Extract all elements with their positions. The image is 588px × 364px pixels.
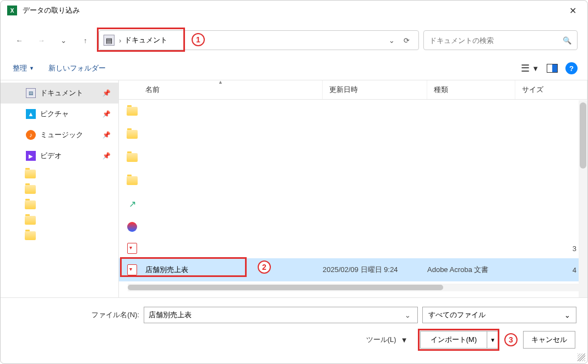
pin-icon[interactable]: 📌 — [102, 131, 111, 139]
annotation-number-3: 3 — [504, 333, 518, 346]
sidebar-item-label: ビデオ — [40, 151, 62, 161]
recent-dropdown[interactable]: ⌄ — [55, 31, 72, 49]
folder-icon — [127, 107, 138, 116]
back-button[interactable]: ← — [10, 31, 28, 49]
resize-grip[interactable] — [578, 354, 585, 361]
sidebar-item-label: ミュージック — [40, 130, 83, 140]
organize-label: 整理 — [13, 63, 27, 73]
tools-label: ツール(L) — [366, 335, 396, 345]
help-button[interactable]: ? — [565, 62, 578, 74]
pictures-icon: ▲ — [26, 109, 36, 119]
import-dropdown[interactable]: ▼ — [487, 331, 499, 349]
new-folder-button[interactable]: 新しいフォルダー — [46, 60, 108, 77]
refresh-button[interactable]: ⟳ — [399, 34, 414, 47]
sidebar-item-label: ドキュメント — [40, 88, 83, 98]
filename-input[interactable] — [149, 311, 402, 319]
folder-icon — [127, 153, 138, 162]
folder-icon — [25, 231, 36, 240]
sidebar-folder[interactable] — [1, 182, 118, 197]
preview-pane-button[interactable] — [547, 64, 558, 73]
sort-indicator-icon: ▲ — [218, 80, 223, 85]
sidebar-folder[interactable] — [1, 197, 118, 213]
file-filter-select[interactable]: すべてのファイル ⌄ — [422, 307, 576, 323]
pin-icon[interactable]: 📌 — [102, 152, 111, 160]
list-view-icon: ☰ — [521, 62, 530, 74]
file-row-pdf[interactable]: 3 — [119, 238, 587, 258]
filename-combobox[interactable]: ⌄ — [144, 307, 418, 323]
import-button[interactable]: インポート(M) — [420, 331, 487, 349]
sidebar-item-videos[interactable]: ▶ ビデオ 📌 — [1, 145, 118, 166]
column-date[interactable]: 更新日時 — [323, 80, 427, 99]
filename-dropdown-icon[interactable]: ⌄ — [402, 311, 413, 319]
folder-icon — [25, 185, 36, 194]
column-type[interactable]: 種類 — [427, 80, 515, 99]
file-row-app[interactable] — [119, 215, 587, 238]
file-row-selected[interactable]: 2 店舗別売上表 2025/02/09 日曜日 9:24 Adobe Acrob… — [119, 258, 587, 281]
up-button[interactable]: ↑ — [77, 31, 94, 49]
search-icon[interactable]: 🔍 — [563, 36, 571, 45]
app-shortcut-icon: ↗ — [129, 199, 136, 209]
file-row-folder[interactable] — [119, 146, 587, 169]
media-app-icon — [127, 222, 137, 232]
file-row-folder[interactable] — [119, 123, 587, 146]
chevron-down-icon: ▼ — [401, 336, 408, 344]
breadcrumb-chevron-icon: › — [119, 36, 121, 45]
annotation-number-1: 1 — [192, 33, 205, 46]
folder-icon — [25, 216, 36, 225]
chevron-down-icon: ▼ — [532, 64, 539, 73]
scrollbar-thumb[interactable] — [128, 285, 443, 290]
excel-app-icon: X — [7, 6, 17, 15]
address-dropdown-icon[interactable]: ⌄ — [386, 34, 397, 47]
window-title: データの取り込み — [23, 6, 565, 15]
file-row-app[interactable]: ↗ — [119, 192, 587, 215]
file-name: 店舗別売上表 — [145, 265, 323, 275]
pin-icon[interactable]: 📌 — [102, 110, 111, 118]
column-name[interactable]: ▲ 名前 — [119, 80, 323, 99]
forward-button[interactable]: → — [32, 31, 50, 49]
chevron-down-icon: ⌄ — [564, 311, 570, 319]
navigation-sidebar: ▤ ドキュメント 📌 ▲ ピクチャ 📌 ♪ ミュージック 📌 ▶ ビデオ 📌 — [1, 80, 119, 297]
sidebar-item-label: ピクチャ — [40, 109, 69, 119]
column-size[interactable]: サイズ — [515, 80, 587, 99]
scrollbar-thumb[interactable] — [580, 102, 586, 169]
filename-label: ファイル名(N): — [89, 310, 139, 320]
pdf-icon — [127, 243, 137, 254]
sidebar-item-pictures[interactable]: ▲ ピクチャ 📌 — [1, 104, 118, 124]
chevron-down-icon: ▼ — [490, 337, 496, 343]
horizontal-scrollbar[interactable] — [128, 284, 579, 291]
file-list-pane: ▲ 名前 更新日時 種類 サイズ ↗ 3 2 店舗別売上表 — [119, 80, 587, 297]
search-box[interactable]: 🔍 — [423, 30, 578, 50]
file-date: 2025/02/09 日曜日 9:24 — [323, 265, 427, 275]
address-bar[interactable]: 1 ▤ › ドキュメント ⌄ ⟳ — [99, 30, 419, 50]
organize-menu[interactable]: 整理 ▼ — [10, 60, 36, 77]
breadcrumb-location[interactable]: ドキュメント — [124, 35, 167, 45]
view-mode-button[interactable]: ☰ ▼ — [521, 62, 539, 74]
sidebar-folder[interactable] — [1, 213, 118, 228]
folder-icon — [25, 170, 36, 178]
sidebar-folder[interactable] — [1, 166, 118, 182]
column-name-label: 名前 — [145, 85, 160, 94]
new-folder-label: 新しいフォルダー — [48, 63, 106, 73]
folder-icon — [127, 176, 138, 185]
file-row-folder[interactable] — [119, 100, 587, 123]
documents-icon: ▤ — [26, 88, 36, 98]
sidebar-folder[interactable] — [1, 228, 118, 243]
file-row-folder[interactable] — [119, 169, 587, 192]
folder-icon — [25, 200, 36, 209]
search-input[interactable] — [429, 36, 563, 45]
sidebar-item-documents[interactable]: ▤ ドキュメント 📌 — [1, 83, 118, 104]
file-size: 4 — [515, 266, 587, 274]
pin-icon[interactable]: 📌 — [102, 89, 111, 97]
file-type: Adobe Acroba 文書 — [427, 265, 515, 275]
music-icon: ♪ — [26, 130, 36, 140]
close-button[interactable]: ✕ — [565, 3, 581, 18]
tools-menu[interactable]: ツール(L) ▼ — [366, 335, 408, 345]
sidebar-item-music[interactable]: ♪ ミュージック 📌 — [1, 124, 118, 145]
preview-pane-icon — [547, 64, 558, 73]
cancel-button[interactable]: キャンセル — [523, 331, 575, 349]
folder-icon — [127, 130, 138, 139]
vertical-scrollbar[interactable] — [579, 100, 587, 297]
videos-icon: ▶ — [26, 151, 36, 161]
location-icon: ▤ — [104, 35, 115, 46]
file-size: 3 — [515, 245, 587, 253]
